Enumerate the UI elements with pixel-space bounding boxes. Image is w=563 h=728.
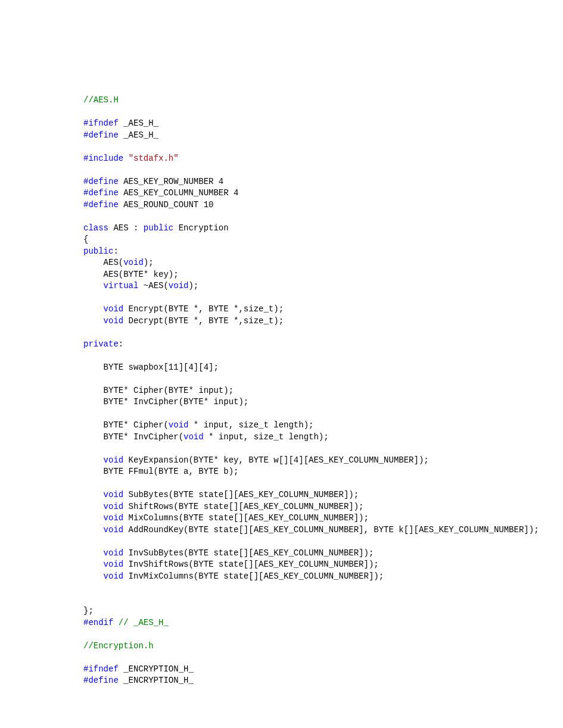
code-token (83, 455, 104, 465)
code-token (83, 525, 104, 535)
code-token (83, 560, 104, 569)
code-token: void (104, 560, 124, 569)
code-token: void (104, 490, 124, 499)
code-token: { (83, 235, 88, 244)
code-token: void (104, 513, 124, 523)
code-token: ShiftRows(BYTE state[][AES_KEY_COLUMN_NU… (123, 502, 363, 511)
code-token: //Encryption.h (83, 641, 154, 651)
code-line: BYTE* Cipher(void * input, size_t length… (83, 420, 480, 432)
code-line: void Decrypt(BYTE *, BYTE *,size_t); (83, 315, 480, 327)
code-line (83, 652, 480, 664)
code-token: ); (144, 258, 154, 267)
code-token: // _AES_H_ (119, 618, 169, 627)
code-token (83, 304, 104, 314)
code-line: BYTE* Cipher(BYTE* input); (83, 385, 480, 397)
code-token (83, 571, 104, 581)
code-token: : (113, 246, 118, 256)
code-line: void InvMixColumns(BYTE state[][AES_KEY_… (83, 571, 480, 583)
code-token: //AES.H (83, 95, 119, 105)
code-token: SubBytes(BYTE state[][AES_KEY_COLUMN_NUM… (123, 490, 359, 499)
code-line (83, 327, 480, 339)
code-token: #define (83, 200, 119, 210)
code-line: void MixColumns(BYTE state[][AES_KEY_COL… (83, 513, 480, 524)
code-token: ~AES( (138, 281, 168, 290)
code-token: InvSubBytes(BYTE state[][AES_KEY_COLUMN_… (123, 548, 374, 558)
code-token: AES_KEY_COLUMN_NUMBER 4 (119, 188, 239, 198)
code-line: //AES.H (83, 95, 480, 107)
code-token: AddRoundKey(BYTE state[][AES_KEY_COLUMN_… (123, 525, 539, 535)
code-token: Decrypt(BYTE *, BYTE *,size_t); (123, 316, 284, 326)
code-token: #define (83, 188, 119, 198)
code-token: _AES_H_ (119, 118, 158, 128)
code-token: void (169, 420, 189, 430)
code-line: void Encrypt(BYTE *, BYTE *,size_t); (83, 304, 480, 315)
code-token: InvShiftRows(BYTE state[][AES_KEY_COLUMN… (123, 560, 378, 569)
code-token (83, 490, 104, 499)
code-line (83, 408, 480, 420)
code-token: public (83, 246, 113, 256)
code-token: void (169, 281, 189, 290)
code-line: #define AES_KEY_ROW_NUMBER 4 (83, 176, 480, 188)
code-line (83, 582, 480, 594)
code-token: : (119, 339, 123, 349)
code-token: BYTE* Cipher( (83, 420, 169, 430)
code-token: }; (83, 606, 94, 615)
code-token: AES_KEY_ROW_NUMBER 4 (119, 177, 223, 186)
code-line: //Encryption.h (83, 640, 480, 652)
code-line: void InvShiftRows(BYTE state[][AES_KEY_C… (83, 559, 480, 571)
code-line: #define _ENCRYPTION_H_ (83, 675, 480, 687)
code-token: void (123, 258, 144, 267)
code-line: void KeyExpansion(BYTE* key, BYTE w[][4]… (83, 455, 480, 467)
code-line: private: (83, 339, 480, 351)
code-token: void (104, 571, 124, 581)
code-token: AES_ROUND_COUNT 10 (119, 200, 214, 210)
code-line (83, 443, 480, 455)
code-line: #ifndef _ENCRYPTION_H_ (83, 664, 480, 676)
code-line: BYTE swapbox[11][4][4]; (83, 362, 480, 374)
code-token: * input, size_t length); (204, 432, 329, 442)
code-line: virtual ~AES(void); (83, 280, 480, 292)
code-token: #define (83, 676, 119, 685)
code-token: void (104, 525, 124, 535)
code-token (123, 154, 128, 163)
code-token: BYTE swapbox[11][4][4]; (83, 363, 219, 372)
code-line (83, 594, 480, 606)
code-line: #define AES_KEY_COLUMN_NUMBER 4 (83, 188, 480, 199)
code-line (83, 164, 480, 176)
code-token: "stdafx.h" (129, 154, 179, 163)
code-token: #define (83, 177, 119, 186)
code-line (83, 141, 480, 153)
code-token: void (183, 432, 204, 442)
code-token: private (83, 339, 119, 349)
code-line: #ifndef _AES_H_ (83, 118, 480, 130)
code-token: #include (83, 154, 123, 163)
code-token: _ENCRYPTION_H_ (119, 664, 194, 674)
code-line: void InvSubBytes(BYTE state[][AES_KEY_CO… (83, 548, 480, 560)
code-line (83, 373, 480, 385)
code-line: BYTE* InvCipher(void * input, size_t len… (83, 432, 480, 443)
code-token (83, 281, 104, 290)
code-token: _AES_H_ (119, 130, 158, 140)
code-token: void (104, 455, 124, 465)
code-document-page: //AES.H #ifndef _AES_H_#define _AES_H_ #… (0, 0, 563, 728)
code-token: * input, size_t length); (188, 420, 313, 430)
code-token: ); (188, 281, 198, 290)
code-line: BYTE* InvCipher(BYTE* input); (83, 396, 480, 408)
code-line: #define _AES_H_ (83, 130, 480, 142)
code-token: InvMixColumns(BYTE state[][AES_KEY_COLUM… (123, 571, 384, 581)
code-line: #include "stdafx.h" (83, 153, 480, 165)
code-token: AES : (108, 223, 144, 233)
code-token (83, 502, 104, 511)
code-line: #endif // _AES_H_ (83, 617, 480, 629)
code-block: //AES.H #ifndef _AES_H_#define _AES_H_ #… (83, 95, 480, 687)
code-token: virtual (104, 281, 139, 290)
code-token: Encryption (173, 223, 228, 233)
code-line (83, 107, 480, 118)
code-token: BYTE* InvCipher( (83, 432, 183, 442)
code-line (83, 478, 480, 490)
code-token: AES( (83, 258, 123, 267)
code-line: { (83, 234, 480, 246)
code-token (83, 513, 104, 523)
code-line: AES(void); (83, 257, 480, 269)
code-token: #ifndef (83, 664, 119, 674)
